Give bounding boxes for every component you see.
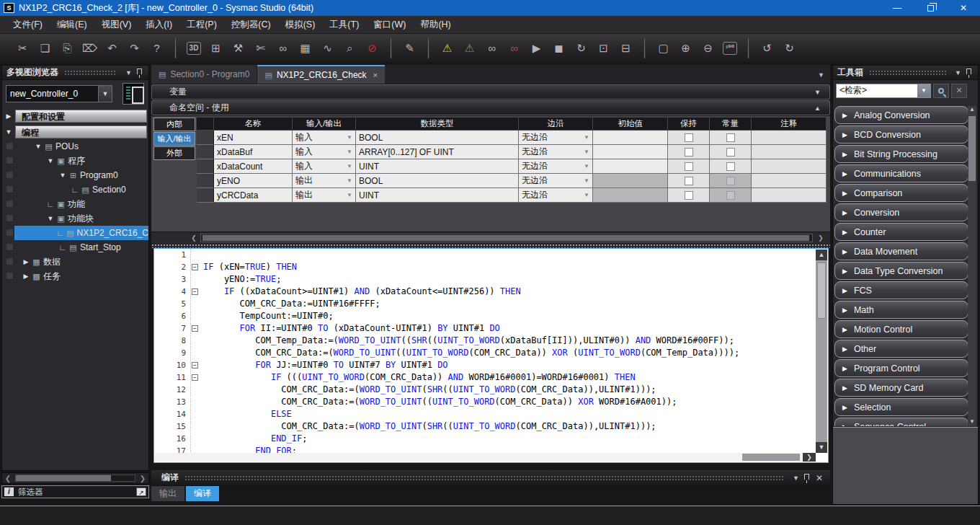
zoom-out-icon[interactable]: ⊖ — [698, 38, 718, 58]
scroll-thumb[interactable] — [817, 262, 826, 319]
toolbox-category-comparison[interactable]: ▶Comparison — [834, 184, 968, 202]
code-line-9[interactable]: 9COM_CRC_Data:=(WORD_TO_UINT((UINT_TO_WO… — [154, 347, 828, 359]
controller-select[interactable]: new_Controller_0 ▼ — [6, 85, 112, 102]
var-cell-edge-dropdown[interactable]: 无边沿 — [519, 159, 593, 174]
paste-icon[interactable]: ⎘ — [58, 38, 77, 58]
fold-collapse-icon[interactable]: − — [192, 288, 198, 295]
var-cell-io-dropdown[interactable]: 输入 — [293, 131, 356, 145]
editor-vscrollbar[interactable]: ▲ ▼ — [816, 250, 827, 453]
restore-button[interactable] — [914, 0, 947, 16]
rebuild-icon[interactable]: ✄ — [251, 38, 270, 58]
build-controller-icon[interactable]: ⚒ — [228, 38, 248, 58]
toolbox-category-analog-conversion[interactable]: ▶Analog Conversion — [834, 106, 968, 124]
row-selector-box[interactable] — [6, 214, 14, 222]
constant-checkbox[interactable] — [726, 148, 735, 156]
toolbox-category-counter[interactable]: ▶Counter — [834, 223, 968, 241]
retain-checkbox[interactable] — [685, 177, 693, 185]
column-header-4[interactable]: 初始值 — [593, 118, 668, 131]
namespace-bar[interactable]: 命名空间 - 使用 ▲ — [151, 100, 830, 115]
monitor-window-2-icon[interactable]: ⊟ — [616, 38, 636, 58]
var-cell-name[interactable]: xEN — [214, 131, 293, 145]
tab-output[interactable]: 输出 — [151, 486, 184, 501]
var-cell-io-dropdown[interactable]: 输出 — [293, 174, 356, 188]
code-line-10[interactable]: 10−FOR JJ:=UINT#0 TO UINT#7 BY UINT#1 DO — [154, 359, 828, 371]
side-tab-internal[interactable]: 内部 — [153, 118, 195, 131]
var-cell-retain[interactable] — [668, 188, 710, 203]
var-cell-constant[interactable] — [710, 159, 752, 174]
row-selector-box[interactable] — [6, 142, 14, 150]
var-cell-comment[interactable] — [752, 174, 827, 188]
tree-section-programming[interactable]: ▼编程 — [2, 125, 148, 139]
menu-item-3[interactable]: 插入(I) — [138, 17, 179, 33]
code-line-2[interactable]: 2−IF (xEN=TRUE) THEN — [154, 261, 828, 273]
var-cell-comment[interactable] — [752, 188, 827, 203]
constant-checkbox[interactable] — [726, 133, 735, 142]
tree-item-nx1p2-crc16-check[interactable]: ∟▤NX1P2_CRC16_C — [2, 226, 148, 240]
delete-icon[interactable]: ⌦ — [80, 38, 99, 58]
chevron-up-icon[interactable]: ▲ — [814, 105, 821, 112]
retain-checkbox[interactable] — [685, 148, 693, 156]
var-cell-initial-value[interactable] — [593, 131, 668, 145]
var-cell-name[interactable]: xDataBuf — [214, 145, 293, 159]
code-line-14[interactable]: 14ELSE — [154, 408, 828, 420]
code-line-7[interactable]: 7−FOR II:=UINT#0 TO (xDataCount-UINT#1) … — [154, 322, 828, 335]
expand-arrow-icon[interactable]: ▼ — [33, 143, 43, 150]
row-drag-handle[interactable] — [197, 145, 214, 159]
variables-bar[interactable]: 变量 ▼ — [151, 84, 830, 100]
expand-arrow-icon[interactable]: ▼ — [45, 157, 55, 164]
toolbox-category-selection[interactable]: ▶Selection — [834, 398, 968, 416]
minimize-button[interactable]: — — [881, 0, 914, 16]
var-cell-constant[interactable] — [710, 145, 752, 159]
scroll-left-icon[interactable]: ❮ — [189, 234, 199, 242]
data-trace-icon[interactable]: ∿ — [318, 38, 337, 58]
tree-item-function-blocks[interactable]: ▼▣功能块 — [2, 211, 148, 226]
var-cell-constant[interactable] — [710, 131, 752, 145]
var-cell-datatype[interactable]: ARRAY[0..127] OF UINT — [356, 145, 519, 159]
st-code-editor[interactable]: 12−IF (xEN=TRUE) THEN3yENO:=TRUE;4−IF ((… — [153, 248, 829, 463]
scroll-right-icon[interactable]: ❯ — [803, 453, 816, 462]
retain-checkbox[interactable] — [685, 133, 693, 142]
code-line-6[interactable]: 6TempCount:=UINT#0; — [154, 310, 828, 322]
expand-arrow-icon[interactable]: ▼ — [58, 172, 68, 179]
var-cell-comment[interactable] — [752, 159, 827, 174]
var-cell-retain[interactable] — [668, 145, 710, 159]
undo-icon[interactable]: ↶ — [102, 38, 122, 58]
scroll-right-icon[interactable]: ❯ — [816, 234, 826, 242]
retain-checkbox[interactable] — [685, 191, 693, 200]
var-cell-io-dropdown[interactable]: 输入 — [293, 145, 356, 159]
scroll-left-icon[interactable]: ❮ — [2, 475, 14, 482]
constant-checkbox[interactable] — [726, 162, 735, 171]
close-icon[interactable]: ✕ — [813, 473, 826, 483]
code-line-4[interactable]: 4−IF ((xDataCount>=UINT#1) AND (xDataCou… — [154, 286, 828, 298]
var-cell-edge-dropdown[interactable]: 无边沿 — [519, 188, 593, 203]
row-selector-box[interactable] — [6, 257, 14, 265]
zoom-in-icon[interactable]: ⊕ — [676, 38, 695, 58]
var-cell-datatype[interactable]: BOOL — [356, 131, 519, 145]
search-binoculars-icon[interactable]: ⌕ — [340, 38, 360, 58]
clear-search-button[interactable]: ✕ — [951, 84, 967, 98]
help-doc-icon[interactable]: ? — [147, 38, 166, 58]
fold-collapse-icon[interactable]: − — [192, 362, 198, 369]
chevron-down-icon[interactable]: ▼ — [790, 475, 802, 482]
redo-icon[interactable]: ↷ — [125, 38, 144, 58]
row-selector-box[interactable] — [6, 200, 14, 208]
row-selector-box[interactable] — [6, 229, 14, 237]
row-drag-handle[interactable] — [197, 188, 214, 203]
toolbox-category-math[interactable]: ▶Math — [834, 301, 968, 319]
var-cell-io-dropdown[interactable]: 输入 — [293, 159, 356, 174]
tree-item-pous[interactable]: ▼▤POUs — [2, 139, 148, 154]
toolbox-category-program-control[interactable]: ▶Program Control — [834, 359, 968, 377]
edit-mode-pen-icon[interactable]: ✎ — [400, 38, 419, 58]
code-line-5[interactable]: 5COM_CRC_Data:=UINT#16#FFFF; — [154, 298, 828, 310]
var-cell-initial-value[interactable] — [593, 145, 668, 159]
pin-icon[interactable] — [137, 69, 142, 74]
toolbox-category-fcs[interactable]: ▶FCS — [834, 281, 968, 299]
watch-icon[interactable]: ∞ — [482, 38, 502, 58]
chevron-down-icon[interactable]: ▼ — [814, 89, 821, 96]
toolbox-category-conversion[interactable]: ▶Conversion — [834, 203, 968, 221]
tree-section-configurations-setup[interactable]: ▶配置和设置 — [2, 109, 148, 123]
synchronize-icon[interactable]: ↻ — [571, 38, 591, 58]
copy-icon[interactable]: ❏ — [35, 38, 55, 58]
tree-item-start-stop[interactable]: ∟▤Start_Stop — [2, 240, 148, 255]
chevron-down-icon[interactable]: ▼ — [122, 69, 135, 76]
